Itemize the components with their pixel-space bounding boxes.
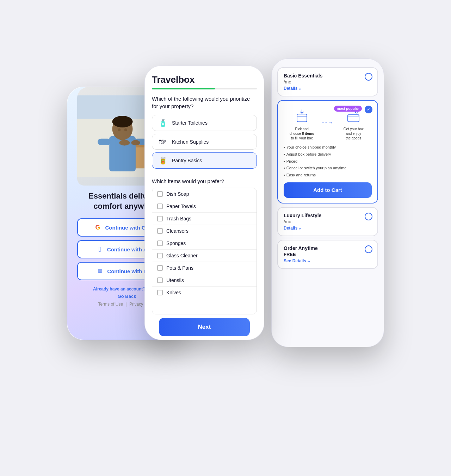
feature-shipped: •Your choice shipped monthly [284, 144, 372, 151]
svg-point-7 [112, 116, 133, 127]
progress-bar-fill [152, 88, 215, 89]
checklist-item-cleansers[interactable]: Cleansers [152, 225, 257, 237]
item-cleansers: Cleansers [166, 228, 189, 234]
scene: Essentials delivered, comfort anywhere G… [67, 44, 384, 432]
phone-questionnaire: Travelbox Which of the following would y… [144, 65, 264, 340]
checkbox-trash-bags[interactable] [157, 216, 163, 221]
svg-point-13 [131, 140, 140, 145]
item-paper-towels: Paper Towels [166, 203, 196, 209]
plan-radio-luxury[interactable] [365, 213, 372, 220]
divider [152, 175, 257, 175]
checklist-scroll[interactable]: Dish Soap Paper Towels Trash Bags C [152, 188, 257, 314]
item-glass-cleaner: Glass Cleaner [166, 253, 198, 258]
go-back-link[interactable]: Go Back [118, 294, 136, 299]
item-trash-bags: Trash Bags [166, 216, 191, 221]
checkbox-utensils[interactable] [157, 277, 163, 283]
question-2-text: Which items would you prefer? [152, 178, 257, 184]
checkbox-cleansers[interactable] [157, 228, 163, 234]
plan-card-anytime[interactable]: Order Anytime FREE See Details ⌄ [277, 240, 378, 269]
plan-price-essentials: /mo. [284, 79, 372, 84]
add-to-cart-button[interactable]: Add to Cart [284, 182, 372, 198]
kitchen-icon: 🍽 [157, 138, 168, 146]
plan-radio-essentials[interactable] [365, 73, 372, 81]
plan-details-link-essentials[interactable]: Details ⌄ [284, 86, 372, 91]
add-to-cart-label: Add to Cart [313, 187, 342, 193]
checkbox-paper-towels[interactable] [157, 203, 163, 209]
checklist-item-knives[interactable]: Knives [152, 287, 257, 299]
item-pots-pans: Pots & Pans [166, 265, 193, 271]
feature-priced: •Priced [284, 158, 372, 165]
chevron-down-icon-3: ⌄ [307, 258, 310, 263]
option-label-pantry: Pantry Basics [172, 158, 202, 163]
svg-rect-14 [297, 114, 307, 122]
checklist-item-sponges[interactable]: Sponges [152, 237, 257, 250]
plan-card-essentials[interactable]: Basic Essentials /mo. Details ⌄ [277, 67, 378, 96]
apple-icon:  [96, 245, 104, 253]
plan-name-anytime: Order Anytime [284, 245, 372, 251]
plan-features: •Your choice shipped monthly •Adjust box… [284, 144, 372, 179]
svg-point-8 [118, 129, 121, 131]
plan-price-anytime: FREE [284, 252, 372, 257]
svg-rect-10 [98, 139, 111, 145]
phone-pricing: Basic Essentials /mo. Details ⌄ most pop… [271, 58, 384, 347]
checklist-item-trash-bags[interactable]: Trash Bags [152, 213, 257, 225]
google-icon: G [94, 224, 102, 231]
option-label-kitchen: Kitchen Supplies [172, 139, 209, 145]
question-1-text: Which of the following would you priorit… [152, 95, 257, 110]
chevron-down-icon-2: ⌄ [298, 226, 302, 231]
most-popular-badge: most popular [334, 106, 362, 112]
plan-details-link-luxury[interactable]: Details ⌄ [284, 226, 372, 231]
option-kitchen-supplies[interactable]: 🍽 Kitchen Supplies [152, 134, 257, 150]
svg-rect-15 [348, 115, 359, 122]
feature-adjust: •Adjust box before delivery [284, 151, 372, 158]
pantry-icon: 🥫 [157, 156, 168, 165]
checkbox-knives[interactable] [157, 290, 163, 295]
item-utensils: Utensils [166, 277, 184, 283]
option-label-toiletries: Starter Toiletries [172, 120, 208, 126]
checkbox-sponges[interactable] [157, 240, 163, 246]
item-dish-soap: Dish Soap [166, 191, 189, 197]
plan-radio-anytime[interactable] [365, 245, 372, 253]
terms-link[interactable]: Terms of Use [98, 302, 123, 307]
travelbox-title: Travelbox [152, 74, 257, 85]
item-sponges: Sponges [166, 240, 186, 246]
plan-card-luxury[interactable]: Luxury Lifestyle /mo. Details ⌄ [277, 207, 378, 236]
svg-point-9 [124, 129, 127, 131]
next-button[interactable]: Next [159, 318, 250, 336]
checkbox-glass-cleaner[interactable] [157, 253, 163, 258]
checklist-item-glass-cleaner[interactable]: Glass Cleaner [152, 250, 257, 262]
email-icon: ✉ [96, 267, 104, 275]
travelbox-header: Travelbox Which of the following would y… [145, 66, 264, 115]
checklist-item-utensils[interactable]: Utensils [152, 274, 257, 287]
chevron-down-icon: ⌄ [298, 86, 302, 91]
option-chips: 🧴 Starter Toiletries 🍽 Kitchen Supplies … [152, 115, 257, 169]
see-details-link-anytime[interactable]: See Details ⌄ [284, 258, 372, 263]
progress-bar [152, 88, 257, 89]
option-pantry-basics[interactable]: 🥫 Pantry Basics [152, 152, 257, 169]
feature-returns: •Easy and returns [284, 172, 372, 179]
svg-point-12 [119, 140, 130, 146]
plan-card-comfort[interactable]: most popular ✓ [277, 100, 378, 203]
box-step-choose: Pick andchoose 8 itemsto fill your box [284, 109, 320, 140]
toiletries-icon: 🧴 [157, 119, 168, 127]
checkbox-pots-pans[interactable] [157, 265, 163, 271]
plan-name-luxury: Luxury Lifestyle [284, 213, 372, 218]
checkbox-dish-soap[interactable] [157, 191, 163, 197]
checklist-item-paper-towels[interactable]: Paper Towels [152, 200, 257, 213]
item-knives: Knives [166, 290, 181, 295]
box-choose-icon [295, 109, 309, 125]
checklist-item-pots-pans[interactable]: Pots & Pans [152, 262, 257, 274]
plan-price-luxury: /mo. [284, 219, 372, 224]
checklist-item-dish-soap[interactable]: Dish Soap [152, 188, 257, 200]
featured-content: Pick andchoose 8 itemsto fill your box -… [284, 109, 372, 198]
option-starter-toiletries[interactable]: 🧴 Starter Toiletries [152, 115, 257, 131]
plan-radio-comfort[interactable]: ✓ [365, 106, 372, 113]
next-btn-label: Next [198, 324, 211, 331]
feature-switch: •Cancel or switch your plan anytime [284, 165, 372, 172]
box-steps: Pick andchoose 8 itemsto fill your box -… [284, 109, 372, 140]
checklist-wrap: Dish Soap Paper Towels Trash Bags C [152, 188, 257, 314]
plan-name-essentials: Basic Essentials [284, 73, 372, 79]
box-step-enjoy: Get your boxand enjoythe goods [335, 109, 372, 140]
step-connector-icon: - - → [322, 120, 333, 125]
